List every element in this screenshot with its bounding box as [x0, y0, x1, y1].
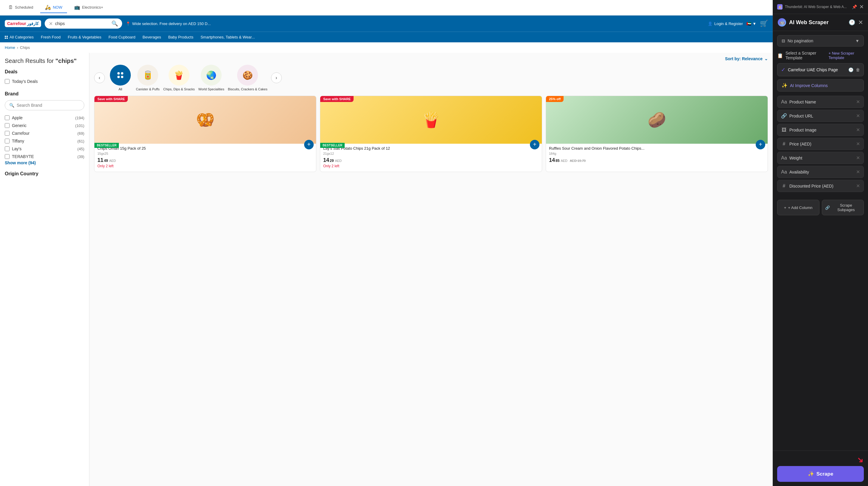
template-delete-icon[interactable]: 🗑	[856, 67, 860, 72]
nav-all-categories[interactable]: All Categories	[5, 32, 34, 42]
product-image-1: 🥨	[94, 96, 316, 144]
panel-close-button[interactable]: ✕	[858, 19, 863, 26]
cart-button[interactable]: 🛒	[760, 20, 768, 27]
breadcrumb-home[interactable]: Home	[5, 45, 15, 50]
panel-title: AI Web Scraper	[789, 19, 846, 26]
brand-search-input[interactable]	[17, 103, 80, 108]
col-delete-7[interactable]: ✕	[856, 183, 860, 189]
columns-list: Aa Product Name ✕ 🔗 Product URL ✕ 🖼 Prod…	[777, 96, 864, 194]
new-template-button[interactable]: + New Scraper Template	[828, 51, 864, 60]
col-delete-5[interactable]: ✕	[856, 155, 860, 161]
electronics-icon: 📺	[74, 4, 80, 10]
nav-smartphones[interactable]: Smartphones, Tablets & Wear...	[200, 32, 255, 42]
breadcrumb-current: Chips	[20, 45, 30, 50]
category-nav: All Categories Fresh Food Fruits & Veget…	[0, 32, 773, 42]
product-weight-2: 21gx12	[323, 152, 539, 155]
nav-fruits[interactable]: Fruits & Vegetables	[68, 32, 101, 42]
price-decimal-2: 29	[330, 159, 334, 163]
add-to-cart-3[interactable]: +	[756, 140, 765, 149]
tab-electronics[interactable]: 📺 Electronics+	[69, 2, 108, 13]
product-weight-3: 184g	[549, 152, 765, 155]
category-pills: ‹ All 🥫 Canister & Puffs 🍟	[94, 65, 768, 91]
brand-label: Brand	[5, 91, 84, 96]
brand-carrefour[interactable]: Carrefour (69)	[5, 130, 84, 137]
pill-world[interactable]: 🌏 World Specialities	[198, 65, 224, 91]
flag-selector[interactable]: 🇦🇪 ▼	[746, 22, 756, 26]
search-bar[interactable]: ✕ 🔍	[45, 19, 122, 29]
deals-section: Deals Today's Deals	[5, 69, 84, 85]
scrape-subpages-button[interactable]: 🔗 Scrape Subpages	[822, 200, 864, 215]
pill-chips[interactable]: 🍟 Chips, Dips & Snacks	[163, 65, 195, 91]
show-more-brands[interactable]: Show more (94)	[5, 161, 84, 165]
col-delete-2[interactable]: ✕	[856, 113, 860, 119]
tab-scheduled[interactable]: 🗓 Scheduled	[4, 2, 38, 13]
product-name-2: Lay's Salt Potato Chips 21g Pack of 12	[323, 146, 539, 151]
brand-lays[interactable]: Lay's (45)	[5, 145, 84, 153]
site-header: Carrefour كارفور ✕ 🔍 📍 Wide selection. F…	[0, 16, 773, 32]
add-column-button[interactable]: + + Add Column	[777, 200, 819, 215]
today-deals-checkbox[interactable]: Today's Deals	[5, 78, 84, 85]
nav-baby[interactable]: Baby Products	[168, 32, 194, 42]
brand-generic[interactable]: Generic (101)	[5, 122, 84, 130]
pill-canister[interactable]: 🥫 Canister & Puffs	[136, 65, 160, 91]
today-deals-input[interactable]	[5, 79, 9, 84]
product-name-1: Chips Oman 15g Pack of 25	[97, 146, 313, 151]
pill-all[interactable]: All	[108, 65, 132, 91]
search-brand-box[interactable]: 🔍	[5, 100, 84, 110]
panel-tab-close[interactable]: ✕	[859, 4, 864, 10]
deals-label: Deals	[5, 69, 84, 75]
pagination-selector[interactable]: ⊟ No pagination ▼	[777, 35, 864, 47]
ai-improve-button[interactable]: ✨ AI Improve Columns	[777, 79, 864, 91]
sort-button[interactable]: Sort by: Relevance ⌄	[725, 56, 768, 61]
scrape-button[interactable]: ✨ Scrape	[777, 466, 864, 482]
stock-warning-1: Only 2 left	[97, 164, 313, 168]
tab-now[interactable]: 🛵 NOW	[40, 2, 67, 13]
template-item[interactable]: ✓ Carrefour UAE Chips Page 🕐 🗑	[777, 63, 864, 76]
nav-fresh-food[interactable]: Fresh Food	[41, 32, 60, 42]
origin-country-label: Origin Country	[5, 171, 84, 176]
brand-search-icon: 🔍	[9, 103, 14, 108]
product-name-3: Ruffles Sour Cream and Onion Flavored Po…	[549, 146, 765, 151]
price-main-1: 11	[97, 157, 103, 163]
login-button[interactable]: 👤 Login & Register	[708, 22, 743, 26]
template-time-icon[interactable]: 🕐	[848, 67, 854, 72]
pill-canister-circle: 🥫	[137, 65, 158, 86]
add-to-cart-2[interactable]: +	[530, 140, 539, 149]
col-image-icon-3: 🖼	[781, 127, 787, 133]
brand-terabyte[interactable]: TERABYTE (39)	[5, 153, 84, 161]
price-decimal-1: 49	[104, 159, 108, 163]
col-link-icon-2: 🔗	[781, 113, 787, 119]
pill-chips-circle: 🍟	[168, 65, 189, 86]
thunderbit-favicon: ⚡	[777, 4, 782, 9]
brand-apple[interactable]: Apple (194)	[5, 114, 84, 122]
column-price: # Price (AED) ✕	[777, 138, 864, 150]
price-main-3: 14	[549, 157, 555, 163]
column-availability: Aa Availability ✕	[777, 166, 864, 178]
prev-pill-arrow[interactable]: ‹	[94, 73, 105, 83]
brand-tiffany[interactable]: Tiffany (61)	[5, 137, 84, 145]
next-pill-arrow[interactable]: ›	[271, 73, 282, 83]
col-delete-4[interactable]: ✕	[856, 141, 860, 147]
product-card-1: Save with SHARE 🥨 BESTSELLER + Chips Oma…	[94, 96, 316, 172]
search-button-icon[interactable]: 🔍	[112, 20, 118, 27]
product-badge-1: Save with SHARE	[94, 96, 128, 102]
price-decimal-3: 85	[556, 159, 559, 163]
pill-biscuits[interactable]: 🍪 Biscuits, Crackers & Cakes	[228, 65, 268, 91]
product-card-3: 25% off 🥔 + Ruffles Sour Cream and Onion…	[546, 96, 768, 172]
search-clear-icon[interactable]: ✕	[49, 21, 53, 27]
delivery-info: 📍 Wide selection. Free delivery on AED 1…	[126, 22, 704, 26]
col-delete-1[interactable]: ✕	[856, 99, 860, 105]
pill-dots	[117, 72, 123, 78]
history-icon[interactable]: 🕐	[849, 19, 855, 26]
search-input[interactable]	[55, 21, 109, 26]
product-info-2: Lay's Salt Potato Chips 21g Pack of 12 2…	[320, 144, 542, 168]
col-delete-6[interactable]: ✕	[856, 169, 860, 175]
pin-icon[interactable]: 📌	[852, 4, 857, 9]
nav-beverages[interactable]: Beverages	[143, 32, 161, 42]
col-delete-3[interactable]: ✕	[856, 127, 860, 133]
price-old-3: AED 19.79	[570, 159, 586, 163]
add-to-cart-1[interactable]: +	[304, 140, 314, 149]
col-text-icon-1: Aa	[781, 99, 787, 105]
nav-food-cupboard[interactable]: Food Cupboard	[108, 32, 135, 42]
col-text-icon-6: Aa	[781, 169, 787, 175]
